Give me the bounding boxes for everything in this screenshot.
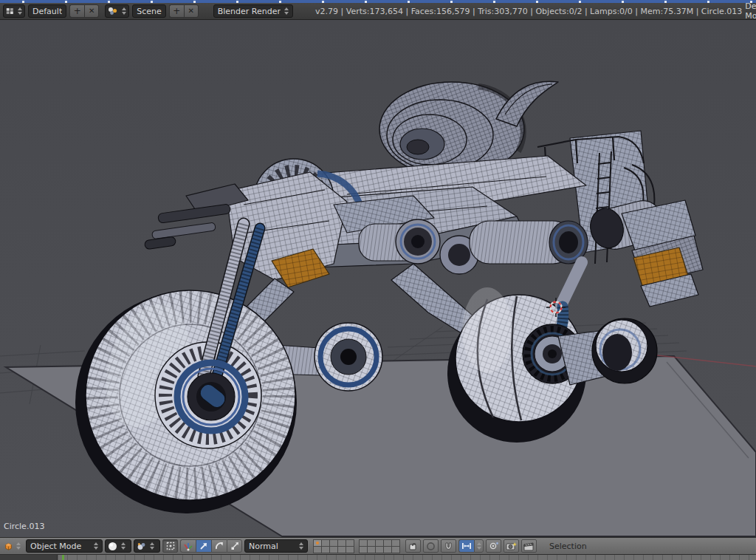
transform-manipulator-group — [180, 539, 242, 553]
demo-mode-area: Demo Mode: — [745, 1, 756, 21]
opengl-render-button[interactable] — [504, 539, 519, 553]
orientation-label: Normal — [249, 542, 295, 551]
chevron-updown-icon — [150, 542, 154, 550]
timeline-strip[interactable] — [0, 554, 756, 560]
chevron-updown-icon — [94, 542, 98, 550]
camera-render-icon — [506, 542, 517, 551]
scale-arrow-icon — [230, 541, 240, 551]
viewport-3d[interactable]: Circle.013 — [0, 20, 756, 537]
render-engine-dropdown[interactable]: Blender Render — [213, 4, 293, 18]
viewport-canvas: Circle.013 — [0, 20, 756, 537]
editor-type-dropdown-3d[interactable] — [1, 539, 24, 553]
chevron-updown-icon — [121, 542, 126, 550]
timeline-frame-ticks — [58, 555, 756, 560]
mode-dropdown[interactable]: Object Mode — [26, 539, 103, 553]
current-frame-marker[interactable] — [62, 555, 64, 560]
snap-element-button[interactable] — [458, 539, 474, 553]
scale-manipulator-button[interactable] — [227, 539, 242, 553]
snap-element-expander[interactable] — [474, 539, 484, 553]
screen-layout-field[interactable]: Default — [28, 4, 66, 18]
chevron-updown-icon — [477, 542, 481, 550]
3d-viewport-icon — [4, 542, 13, 551]
scene-icon — [108, 7, 118, 16]
proportional-circle-icon — [426, 542, 436, 551]
timeline-header-fragment — [0, 555, 58, 560]
render-engine-name: Blender Render — [218, 7, 281, 16]
viewport-shading-dropdown[interactable] — [105, 539, 131, 553]
scene-browse-dropdown[interactable] — [105, 4, 129, 18]
proportional-edit-dropdown[interactable] — [423, 539, 439, 553]
manipulator-axes-icon — [183, 541, 193, 551]
editor-layout-icon — [6, 7, 14, 16]
screen-layout-actions: + ✕ — [69, 4, 99, 18]
rotate-manipulator-button[interactable] — [211, 539, 227, 553]
demo-mode-label: Demo Mode: — [745, 1, 756, 21]
blender-window: Default + ✕ Scene + ✕ Blender Render — [0, 0, 756, 560]
rotate-arc-icon — [214, 541, 224, 551]
lock-to-scene-button[interactable] — [405, 539, 421, 553]
scene-actions: + ✕ — [169, 4, 199, 18]
add-scene-button[interactable]: + — [169, 4, 184, 18]
chevron-updown-icon — [18, 7, 22, 15]
snap-target-icon — [489, 541, 499, 551]
screen-layout-name: Default — [32, 7, 62, 16]
chevron-updown-icon — [299, 542, 303, 550]
editor-type-dropdown[interactable] — [3, 4, 25, 18]
layer-grid-right[interactable] — [359, 539, 400, 553]
mode-label: Object Mode — [30, 542, 90, 551]
orientation-dropdown[interactable]: Normal — [244, 539, 308, 553]
layer-grid-left[interactable] — [313, 539, 354, 553]
manipulate-center-points-toggle[interactable] — [162, 539, 178, 553]
shading-sphere-icon — [108, 542, 117, 551]
pivot-point-dropdown[interactable] — [134, 539, 160, 553]
status-label: Selection — [549, 542, 587, 551]
translate-arrow-icon — [199, 541, 209, 551]
lock-icon — [408, 541, 419, 551]
layers-widget[interactable] — [313, 539, 400, 553]
active-object-name: Circle.013 — [4, 522, 44, 531]
scene-statistics: v2.79 | Verts:173,654 | Faces:156,579 | … — [315, 7, 742, 16]
snap-magnet-toggle[interactable] — [441, 539, 456, 553]
clapperboard-icon — [523, 542, 535, 551]
chevron-updown-icon — [122, 7, 126, 15]
info-header: Default + ✕ Scene + ✕ Blender Render — [0, 3, 756, 20]
translate-manipulator-button[interactable] — [196, 539, 211, 553]
manipulator-toggle[interactable] — [180, 539, 196, 553]
close-screen-button[interactable]: ✕ — [84, 4, 99, 18]
snap-increment-icon — [461, 542, 472, 550]
magnet-icon — [444, 542, 453, 551]
add-screen-button[interactable]: + — [69, 4, 84, 18]
scene-name: Scene — [137, 7, 162, 16]
snap-element-group — [458, 539, 484, 553]
viewport-header-toolbar: Object Mode — [0, 537, 756, 554]
scene-name-field[interactable]: Scene — [132, 4, 166, 18]
snap-target-button[interactable] — [486, 539, 501, 553]
chevron-updown-icon — [284, 7, 289, 15]
pivot-point-icon — [137, 542, 146, 551]
opengl-render-anim-button[interactable] — [521, 539, 537, 553]
close-scene-button[interactable]: ✕ — [184, 4, 199, 18]
chevron-updown-icon — [16, 542, 21, 550]
center-points-icon — [165, 541, 176, 551]
